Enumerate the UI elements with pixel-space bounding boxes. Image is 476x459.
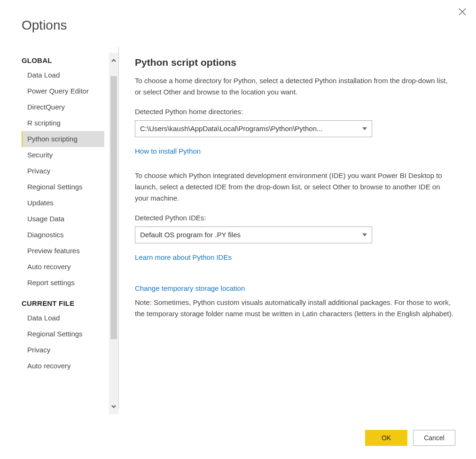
ide-value: Default OS program for .PY files [140, 229, 241, 241]
svg-marker-2 [362, 127, 367, 130]
storage-location-link[interactable]: Change temporary storage location [135, 283, 245, 294]
content-heading: Python script options [135, 54, 453, 70]
scroll-thumb[interactable] [110, 76, 117, 339]
sidebar-group-global: GLOBAL [22, 53, 104, 67]
home-dir-intro: To choose a home directory for Python, s… [135, 75, 453, 98]
sidebar-inner: GLOBAL Data Load Power Query Editor Dire… [22, 53, 118, 374]
ide-label: Detected Python IDEs: [135, 212, 453, 224]
dialog-title: Options [0, 0, 476, 33]
sidebar-item-cf-data-load[interactable]: Data Load [22, 310, 104, 326]
scrollbar[interactable] [109, 53, 118, 414]
sidebar-item-python-scripting[interactable]: Python scripting [22, 131, 104, 147]
chevron-down-icon [362, 229, 367, 241]
dialog-footer: OK Cancel [0, 430, 476, 446]
chevron-down-icon [362, 123, 367, 134]
sidebar-item-auto-recovery[interactable]: Auto recovery [22, 259, 104, 275]
scroll-down-icon[interactable] [109, 398, 118, 414]
close-icon[interactable] [458, 8, 467, 16]
sidebar-item-privacy[interactable]: Privacy [22, 163, 104, 179]
sidebar-item-usage-data[interactable]: Usage Data [22, 211, 104, 227]
sidebar-item-preview-features[interactable]: Preview features [22, 243, 104, 259]
sidebar-group-current-file: CURRENT FILE [22, 291, 104, 310]
sidebar-item-updates[interactable]: Updates [22, 195, 104, 211]
sidebar-item-report-settings[interactable]: Report settings [22, 275, 104, 291]
ok-button[interactable]: OK [365, 430, 407, 446]
svg-marker-3 [362, 233, 367, 236]
sidebar-item-cf-privacy[interactable]: Privacy [22, 342, 104, 358]
storage-note: Note: Sometimes, Python custom visuals a… [135, 297, 453, 319]
home-dir-dropdown[interactable]: C:\Users\kaush\AppData\Local\Programs\Py… [135, 120, 372, 137]
install-python-link[interactable]: How to install Python [135, 146, 201, 157]
ide-dropdown[interactable]: Default OS program for .PY files [135, 226, 372, 243]
sidebar-item-diagnostics[interactable]: Diagnostics [22, 227, 104, 243]
cancel-button[interactable]: Cancel [413, 430, 455, 446]
home-dir-value: C:\Users\kaush\AppData\Local\Programs\Py… [140, 123, 323, 134]
home-dir-label: Detected Python home directories: [135, 106, 453, 117]
scroll-up-icon[interactable] [109, 53, 118, 69]
ide-intro: To choose which Python integrated develo… [135, 170, 453, 204]
ide-learn-more-link[interactable]: Learn more about Python IDEs [135, 252, 232, 263]
sidebar-item-regional-settings[interactable]: Regional Settings [22, 179, 104, 195]
sidebar-item-directquery[interactable]: DirectQuery [22, 99, 104, 115]
sidebar-item-power-query-editor[interactable]: Power Query Editor [22, 83, 104, 99]
sidebar-item-data-load[interactable]: Data Load [22, 67, 104, 83]
options-dialog: Options GLOBAL Data Load Power Query Edi… [0, 0, 476, 459]
content-panel: Python script options To choose a home d… [119, 47, 476, 419]
sidebar: GLOBAL Data Load Power Query Editor Dire… [0, 47, 118, 419]
sidebar-item-security[interactable]: Security [22, 147, 104, 163]
sidebar-item-r-scripting[interactable]: R scripting [22, 115, 104, 131]
sidebar-item-cf-auto-recovery[interactable]: Auto recovery [22, 358, 104, 374]
sidebar-item-cf-regional-settings[interactable]: Regional Settings [22, 326, 104, 342]
